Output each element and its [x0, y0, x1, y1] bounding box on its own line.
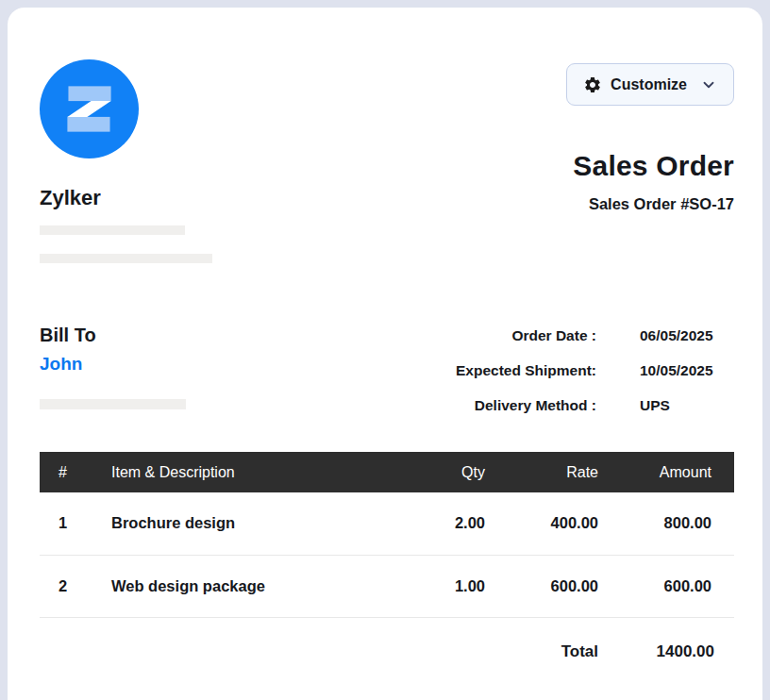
gear-icon	[583, 75, 602, 94]
row-number: 1	[40, 492, 92, 555]
column-header-qty: Qty	[394, 452, 508, 492]
item-name: Web design package	[92, 555, 394, 617]
address-placeholder-line	[40, 225, 185, 235]
column-header-item: Item & Description	[92, 452, 394, 492]
item-name: Brochure design	[92, 492, 394, 555]
address-placeholder-line	[40, 399, 186, 409]
column-header-number: #	[40, 452, 92, 492]
total-value: 1400.00	[621, 642, 734, 661]
line-items-table: # Item & Description Qty Rate Amount 1 B…	[40, 452, 734, 618]
column-header-amount: Amount	[621, 452, 734, 492]
total-label: Total	[508, 642, 621, 661]
item-amount: 600.00	[621, 555, 734, 617]
item-amount: 800.00	[621, 492, 734, 555]
order-date-label: Order Date :	[456, 325, 596, 346]
order-date-value: 06/05/2025	[640, 325, 734, 346]
row-number: 2	[40, 555, 92, 617]
bill-and-meta-section: Bill To John Order Date : 06/05/2025 Exp…	[40, 324, 734, 416]
sales-order-card: Customize Sales Order Sales Order #SO-17…	[8, 8, 762, 700]
table-row: 2 Web design package 1.00 600.00 600.00	[40, 555, 734, 617]
delivery-method-value: UPS	[640, 395, 734, 416]
item-qty: 1.00	[394, 555, 508, 617]
item-rate: 600.00	[508, 555, 621, 617]
item-rate: 400.00	[508, 492, 621, 555]
customize-button-label: Customize	[611, 76, 687, 93]
bill-to-heading: Bill To	[40, 324, 186, 346]
customize-button[interactable]: Customize	[566, 63, 734, 106]
expected-shipment-value: 10/05/2025	[640, 360, 734, 381]
document-title-block: Sales Order Sales Order #SO-17	[573, 151, 734, 213]
total-row: Total 1400.00	[40, 642, 734, 661]
brand-block: Zylker	[40, 8, 734, 263]
table-row: 1 Brochure design 2.00 400.00 800.00	[40, 492, 734, 555]
order-meta-grid: Order Date : 06/05/2025 Expected Shipmen…	[456, 325, 734, 416]
column-header-rate: Rate	[508, 452, 621, 492]
expected-shipment-label: Expected Shipment:	[456, 360, 596, 381]
table-header-row: # Item & Description Qty Rate Amount	[40, 452, 734, 492]
customer-name-link[interactable]: John	[40, 354, 82, 375]
address-placeholder-line	[40, 254, 212, 263]
chevron-down-icon	[700, 76, 717, 93]
delivery-method-label: Delivery Method :	[456, 395, 596, 416]
item-qty: 2.00	[394, 492, 508, 555]
bill-to-block: Bill To John	[40, 324, 186, 416]
document-number: Sales Order #SO-17	[573, 195, 734, 213]
document-title: Sales Order	[573, 151, 734, 181]
